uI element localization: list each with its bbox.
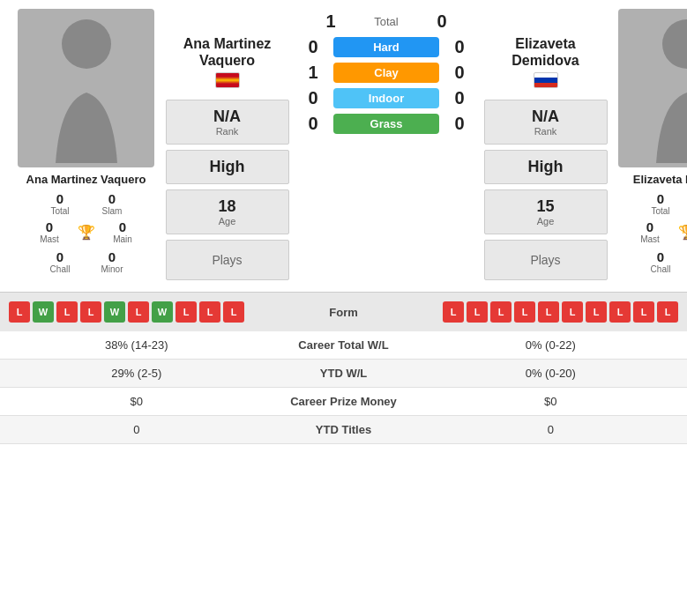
- left-fitness-value: High: [177, 158, 278, 176]
- grass-button[interactable]: Grass: [333, 114, 439, 134]
- left-player-stats: 0 Total 0 Slam: [9, 191, 163, 216]
- svg-point-1: [662, 19, 688, 69]
- indoor-left-score: 0: [300, 88, 326, 108]
- right-bottom-stats: 0 Chall 0 Minor: [609, 249, 687, 274]
- right-mast-box: 0 Mast: [626, 219, 675, 244]
- left-form-badge: W: [104, 301, 125, 323]
- stats-label-0: Career Total W/L: [265, 338, 423, 352]
- left-minor-value: 0: [108, 249, 116, 264]
- right-trophy-icon: 🏆: [678, 224, 688, 241]
- right-total-value: 0: [657, 191, 664, 206]
- left-chall-value: 0: [56, 249, 63, 264]
- right-info-panel: Elizaveta Demidova N/A Rank High 15 Age …: [482, 9, 609, 283]
- stats-left-1: 29% (2-5): [9, 367, 265, 380]
- right-form-badge: L: [514, 301, 535, 323]
- right-fitness-value: High: [496, 158, 596, 176]
- hard-button[interactable]: Hard: [333, 37, 439, 57]
- left-total-label: Total: [50, 206, 69, 216]
- right-total-label: Total: [651, 206, 669, 216]
- left-slam-value: 0: [108, 191, 116, 206]
- left-form-badges: LWLLWLWLLL: [9, 301, 244, 323]
- right-flag-ru: [534, 72, 558, 88]
- right-chall-label: Chall: [651, 264, 671, 274]
- left-form-badge: L: [80, 301, 101, 323]
- right-trophy-row: 0 Mast 🏆 0 Main: [609, 219, 687, 244]
- indoor-button[interactable]: Indoor: [333, 88, 439, 108]
- stats-label-3: YTD Titles: [265, 423, 423, 436]
- grass-right-score: 0: [446, 114, 473, 134]
- grass-row: 0 Grass 0: [300, 114, 473, 134]
- right-chall-box: 0 Chall: [637, 249, 685, 274]
- right-total-box: 0 Total: [637, 191, 685, 216]
- left-rank-value: N/A: [177, 108, 278, 126]
- left-rank-label: Rank: [177, 126, 278, 137]
- right-form-badge: L: [490, 301, 512, 323]
- total-left-score: 1: [317, 11, 344, 32]
- right-form-badges: LLLLLLLLLL: [443, 301, 678, 323]
- right-player-name: Elizaveta Demidova: [633, 173, 687, 186]
- hard-right-score: 0: [446, 37, 473, 57]
- left-form-badge: L: [175, 301, 197, 323]
- left-info-panel: Ana Martinez Vaquero N/A Rank High 18 Ag…: [163, 9, 291, 283]
- right-form-badge: L: [538, 301, 559, 323]
- left-chall-label: Chall: [50, 264, 71, 274]
- clay-button[interactable]: Clay: [333, 63, 439, 83]
- right-form-badge: L: [609, 301, 631, 323]
- right-rank-label: Rank: [496, 126, 596, 137]
- right-age-label: Age: [496, 216, 596, 226]
- right-player-stats: 0 Total 0 Slam: [609, 191, 687, 216]
- stats-left-3: 0: [9, 423, 265, 436]
- stats-right-3: 0: [423, 423, 679, 436]
- right-rank-box: N/A Rank: [484, 100, 608, 145]
- form-section: LWLLWLWLLL Form LLLLLLLLLL: [0, 292, 687, 331]
- left-mast-box: 0 Mast: [26, 219, 74, 244]
- left-plays-box: Plays: [166, 240, 289, 280]
- right-mast-label: Mast: [640, 234, 660, 244]
- stats-row: 29% (2-5) YTD W/L 0% (0-20): [0, 360, 687, 388]
- left-form-badge: L: [199, 301, 220, 323]
- left-name-center: Ana Martinez Vaquero: [167, 35, 287, 69]
- left-total-box: 0 Total: [36, 191, 85, 216]
- total-row: 1 Total 0: [300, 11, 473, 32]
- right-name-center: Elizaveta Demidova: [485, 35, 606, 69]
- left-player-silhouette: [42, 13, 131, 163]
- clay-row: 1 Clay 0: [300, 63, 473, 83]
- left-form-badge: L: [223, 301, 244, 323]
- left-form-badge: L: [56, 301, 78, 323]
- left-trophy-icon: 🏆: [78, 224, 95, 241]
- grass-left-score: 0: [300, 114, 326, 134]
- left-player-name: Ana Martinez Vaquero: [26, 173, 146, 186]
- left-age-label: Age: [177, 216, 278, 226]
- right-player-photo: [618, 9, 687, 167]
- right-form-badge: L: [467, 301, 488, 323]
- left-slam-box: 0 Slam: [88, 191, 137, 216]
- right-mast-value: 0: [646, 219, 653, 234]
- right-chall-value: 0: [657, 249, 664, 264]
- stats-label-1: YTD W/L: [265, 367, 423, 380]
- right-player-silhouette: [643, 13, 688, 163]
- right-form-badge: L: [657, 301, 678, 323]
- left-form-badge: W: [152, 301, 173, 323]
- right-age-box: 15 Age: [484, 189, 608, 234]
- stats-row: 0 YTD Titles 0: [0, 416, 687, 444]
- form-label: Form: [300, 306, 388, 319]
- stats-left-2: $0: [9, 395, 265, 408]
- stats-right-1: 0% (0-20): [423, 367, 679, 380]
- hard-row: 0 Hard 0: [300, 37, 473, 57]
- left-slam-label: Slam: [102, 206, 123, 216]
- left-form-badge: W: [33, 301, 54, 323]
- right-form-badge: L: [633, 301, 654, 323]
- stats-label-2: Career Prize Money: [265, 395, 423, 408]
- left-minor-label: Minor: [101, 264, 123, 274]
- left-age-box: 18 Age: [166, 189, 289, 234]
- right-fitness-box: High: [484, 150, 608, 184]
- right-form-badge: L: [562, 301, 583, 323]
- left-main-box: 0 Main: [99, 219, 147, 244]
- right-form-badge: L: [443, 301, 464, 323]
- right-age-value: 15: [496, 197, 596, 216]
- center-scores: 1 Total 0 0 Hard 0 1 Clay 0 0 Indoor 0: [291, 9, 482, 283]
- stats-row: 38% (14-23) Career Total W/L 0% (0-22): [0, 331, 687, 360]
- stats-table: 38% (14-23) Career Total W/L 0% (0-22) 2…: [0, 331, 687, 444]
- total-label: Total: [351, 15, 422, 28]
- right-form-badge: L: [586, 301, 607, 323]
